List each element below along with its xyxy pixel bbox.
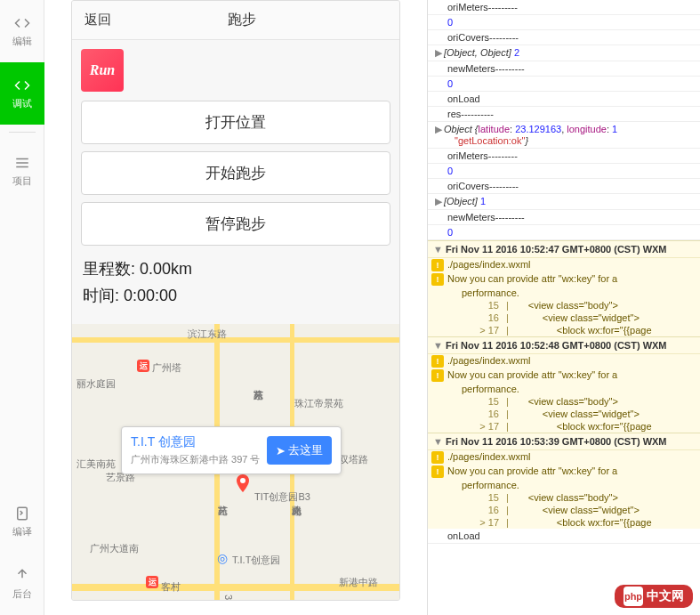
debug-icon: [14, 77, 30, 93]
sidebar-label: 项目: [12, 174, 32, 188]
sidebar-label: 编译: [12, 525, 32, 538]
warning-timestamp[interactable]: ▼Fri Nov 11 2016 10:52:48 GMT+0800 (CST)…: [428, 336, 700, 354]
console-warning-group: ▼Fri Nov 11 2016 10:52:48 GMT+0800 (CST)…: [428, 336, 700, 433]
console-line: oriCovers---------: [428, 30, 700, 45]
start-run-button[interactable]: 开始跑步: [81, 151, 390, 195]
sidebar-separator: [9, 132, 36, 133]
console-line: onLoad: [428, 529, 700, 544]
map-pin-icon: [232, 473, 253, 494]
map-poi: 广州大道南: [90, 542, 139, 555]
warning-timestamp[interactable]: ▼Fri Nov 11 2016 10:52:47 GMT+0800 (CST)…: [428, 240, 700, 258]
code-line: 15|<view class="body">: [428, 491, 700, 504]
background-icon: [14, 568, 30, 584]
console-line: newMeters---------: [428, 61, 700, 77]
map-callout[interactable]: T.I.T 创意园 广州市海珠区新港中路 397 号 ➤ 去这里: [121, 426, 342, 474]
map-poi: TIT创意园B3: [254, 490, 310, 504]
map-road: [72, 337, 399, 343]
console-line: oriMeters---------: [428, 149, 700, 164]
sidebar-label: 调试: [12, 97, 32, 110]
devtools-console[interactable]: oriMeters--------- 0 oriCovers--------- …: [427, 0, 700, 615]
metro-icon: 运: [146, 576, 158, 588]
map-canvas[interactable]: 滨江东路 新港中路 艺苑东路 艺苑路 赤岗北路 地铁3 丽水庭园 广州塔 珠江帝…: [72, 324, 399, 600]
code-line: 16|<view class="widget">: [428, 312, 700, 324]
sidebar-item-edit[interactable]: 编辑: [0, 0, 44, 62]
pause-run-button[interactable]: 暂停跑步: [81, 202, 390, 246]
metro-icon: 运: [137, 360, 149, 372]
warning-message: !Now you can provide attr "wx:key" for a: [428, 272, 700, 287]
warning-icon: !: [431, 465, 444, 478]
sidebar-item-compile[interactable]: 编译: [0, 490, 44, 553]
callout-title: T.I.T 创意园: [131, 434, 260, 450]
code-line: 16|<view class="widget">: [428, 504, 700, 516]
console-object[interactable]: ▶[Object, Object] 2: [428, 45, 700, 61]
simulator-pane: 返回 跑步 Run 打开位置 开始跑步 暂停跑步 里程数: 0.00km 时间:…: [44, 0, 427, 615]
console-object[interactable]: ▶Object {latitude: 23.129163, longitude:…: [428, 122, 700, 149]
warning-icon: !: [431, 259, 444, 271]
warning-message: performance.: [428, 287, 700, 299]
warning-file: !./pages/index.wxml: [428, 258, 700, 272]
mileage-value: 0.00km: [140, 260, 192, 278]
code-icon: [14, 15, 30, 31]
warning-message: !Now you can provide attr "wx:key" for a: [428, 465, 700, 479]
console-line: res----------: [428, 107, 700, 122]
nav-arrow-icon: ➤: [276, 444, 286, 457]
console-line: oriMeters---------: [428, 0, 700, 15]
sidebar-item-project[interactable]: 项目: [0, 140, 44, 202]
svg-point-1: [240, 478, 245, 483]
warning-file: !./pages/index.wxml: [428, 450, 700, 465]
code-line: 16|<view class="widget">: [428, 408, 700, 420]
warning-icon: !: [431, 451, 444, 464]
sidebar-label: 后台: [12, 587, 32, 601]
go-label: 去这里: [288, 442, 323, 458]
warning-icon: !: [431, 369, 444, 382]
time-value: 0:00:00: [124, 287, 177, 304]
sidebar-item-background[interactable]: 后台: [0, 553, 44, 615]
app-logo: Run: [81, 49, 124, 92]
console-line: newMeters---------: [428, 210, 700, 225]
compile-icon: [14, 506, 30, 522]
watermark-brand: php: [624, 587, 643, 606]
map-poi: T.I.T创意园: [232, 554, 280, 567]
warning-file: !./pages/index.wxml: [428, 354, 700, 368]
road-label: 滨江东路: [188, 328, 227, 341]
time-row: 时间: 0:00:00: [83, 285, 390, 306]
console-value: 0: [428, 225, 700, 240]
code-line: 15|<view class="body">: [428, 395, 700, 408]
mileage-label: 里程数:: [83, 260, 135, 278]
map-poi: 客村: [161, 580, 181, 594]
time-label: 时间:: [83, 287, 119, 304]
callout-subtitle: 广州市海珠区新港中路 397 号: [131, 453, 260, 466]
map-poi: 珠江帝景苑: [294, 397, 343, 410]
menu-icon: [14, 155, 30, 171]
map-poi: 丽水庭园: [76, 377, 116, 391]
console-value: 0: [428, 164, 700, 179]
code-line: > 17|<block wx:for="{{page: [428, 516, 700, 529]
open-location-button[interactable]: 打开位置: [81, 101, 390, 144]
callout-go-button[interactable]: ➤ 去这里: [267, 436, 332, 465]
app-body: Run 打开位置 开始跑步 暂停跑步 里程数: 0.00km 时间: 0:00:…: [72, 40, 399, 324]
map-poi: 汇美南苑: [76, 457, 116, 471]
warning-icon: !: [431, 355, 444, 368]
warning-timestamp[interactable]: ▼Fri Nov 11 2016 10:53:39 GMT+0800 (CST)…: [428, 433, 700, 450]
console-warning-group: ▼Fri Nov 11 2016 10:53:39 GMT+0800 (CST)…: [428, 433, 700, 529]
road-label: 新港中路: [339, 576, 378, 589]
map-poi: 广州塔: [152, 361, 181, 375]
console-line: onLoad: [428, 92, 700, 107]
left-sidebar: 编辑 调试 项目 编译 后台: [0, 0, 44, 615]
watermark-text: 中文网: [647, 588, 684, 604]
road-label: 地铁3: [221, 595, 235, 600]
app-navbar: 返回 跑步: [72, 1, 399, 40]
code-line: > 17|<block wx:for="{{page: [428, 324, 700, 336]
console-value: 0: [428, 15, 700, 30]
code-line: > 17|<block wx:for="{{page: [428, 420, 700, 433]
sidebar-label: 编辑: [12, 35, 32, 48]
console-object[interactable]: ▶[Object] 1: [428, 194, 700, 210]
mileage-row: 里程数: 0.00km: [83, 258, 390, 279]
phone-frame: 返回 跑步 Run 打开位置 开始跑步 暂停跑步 里程数: 0.00km 时间:…: [71, 0, 400, 601]
map-marker-icon: ◎: [217, 551, 228, 565]
nav-title: 跑步: [84, 11, 399, 29]
console-line: oriCovers---------: [428, 179, 700, 194]
sidebar-item-debug[interactable]: 调试: [0, 62, 44, 125]
console-value: 0: [428, 77, 700, 92]
warning-icon: !: [431, 273, 444, 286]
